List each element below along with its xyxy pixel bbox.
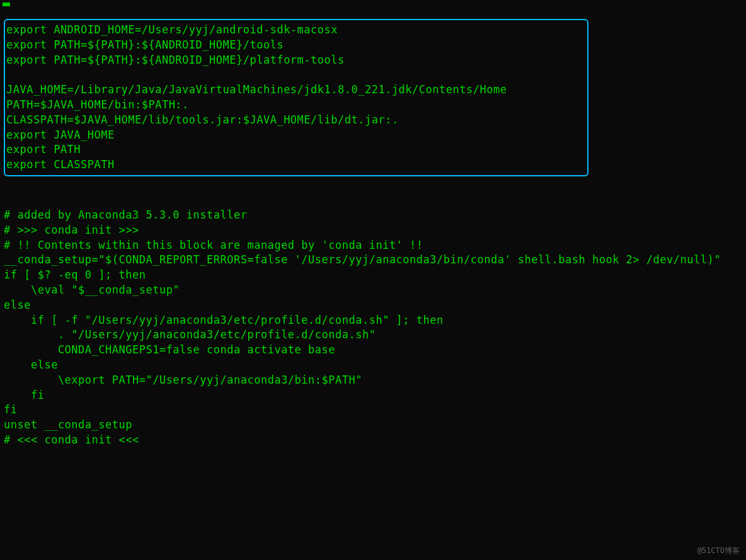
code-line: export CLASSPATH: [6, 157, 586, 173]
selected-code-block[interactable]: export ANDROID_HOME=/Users/yyj/android-s…: [4, 19, 588, 176]
code-line: CLASSPATH=$JAVA_HOME/lib/tools.jar:$JAVA…: [6, 113, 586, 128]
code-line: __conda_setup="$(CONDA_REPORT_ERRORS=fal…: [4, 253, 742, 268]
code-line: \export PATH="/Users/yyj/anaconda3/bin:$…: [4, 373, 742, 388]
code-line: else: [4, 358, 742, 373]
code-line: fi: [4, 388, 742, 403]
code-line: PATH=$JAVA_HOME/bin:$PATH:.: [6, 98, 586, 113]
cursor-indicator: [3, 3, 10, 6]
code-line: if [ $? -eq 0 ]; then: [4, 268, 742, 283]
code-line: else: [4, 298, 742, 313]
code-line: export PATH=${PATH}:${ANDROID_HOME}/tool…: [6, 38, 586, 53]
terminal-window[interactable]: export ANDROID_HOME=/Users/yyj/android-s…: [0, 0, 746, 450]
code-line: if [ -f "/Users/yyj/anaconda3/etc/profil…: [4, 313, 742, 328]
code-line: # !! Contents within this block are mana…: [4, 238, 742, 253]
code-line: unset __conda_setup: [4, 418, 742, 433]
code-line: . "/Users/yyj/anaconda3/etc/profile.d/co…: [4, 328, 742, 343]
watermark-text: @51CTO博客: [697, 546, 740, 556]
blank-line: [6, 67, 586, 83]
code-line: CONDA_CHANGEPS1=false conda activate bas…: [4, 343, 742, 358]
code-line: \eval "$__conda_setup": [4, 283, 742, 298]
code-line: JAVA_HOME=/Library/Java/JavaVirtualMachi…: [6, 83, 586, 98]
code-line: # >>> conda init >>>: [4, 223, 742, 238]
main-code-block[interactable]: # added by Anaconda3 5.3.0 installer # >…: [3, 208, 743, 448]
code-line: export PATH=${PATH}:${ANDROID_HOME}/plat…: [6, 53, 586, 68]
code-line: # <<< conda init <<<: [4, 433, 742, 448]
code-line: export JAVA_HOME: [6, 128, 586, 143]
code-line: fi: [4, 403, 742, 418]
code-line: # added by Anaconda3 5.3.0 installer: [4, 208, 742, 223]
code-line: export PATH: [6, 142, 586, 157]
code-line: export ANDROID_HOME=/Users/yyj/android-s…: [6, 23, 586, 38]
